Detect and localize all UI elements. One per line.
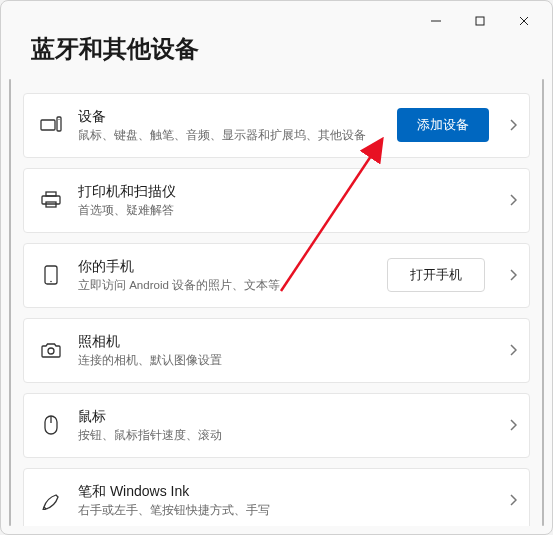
item-title: 鼠标 — [78, 408, 489, 426]
item-subtitle: 立即访问 Android 设备的照片、文本等 — [78, 278, 373, 293]
item-subtitle: 首选项、疑难解答 — [78, 203, 489, 218]
chevron-right-icon — [509, 419, 517, 431]
mouse-icon — [38, 415, 64, 435]
item-subtitle: 按钮、鼠标指针速度、滚动 — [78, 428, 489, 443]
svg-point-8 — [50, 281, 52, 283]
svg-point-3 — [58, 119, 59, 120]
svg-rect-0 — [476, 17, 484, 25]
pen-icon — [38, 490, 64, 510]
settings-item-phone[interactable]: 你的手机 立即访问 Android 设备的照片、文本等 打开手机 — [23, 243, 530, 308]
item-title: 打印机和扫描仪 — [78, 183, 489, 201]
content-area: 设备 鼠标、键盘、触笔、音频、显示器和扩展坞、其他设备 添加设备 打印机和扫描仪… — [1, 79, 552, 526]
settings-item-devices[interactable]: 设备 鼠标、键盘、触笔、音频、显示器和扩展坞、其他设备 添加设备 — [23, 93, 530, 158]
close-button[interactable] — [502, 6, 546, 36]
chevron-right-icon — [509, 119, 517, 131]
svg-rect-5 — [42, 196, 60, 204]
printer-icon — [38, 191, 64, 209]
chevron-right-icon — [509, 269, 517, 281]
open-phone-button[interactable]: 打开手机 — [387, 258, 485, 292]
settings-item-pen[interactable]: 笔和 Windows Ink 右手或左手、笔按钮快捷方式、手写 — [23, 468, 530, 526]
settings-item-mouse[interactable]: 鼠标 按钮、鼠标指针速度、滚动 — [23, 393, 530, 458]
item-subtitle: 连接的相机、默认图像设置 — [78, 353, 489, 368]
item-title: 笔和 Windows Ink — [78, 483, 489, 501]
scroll-indicator-left — [9, 79, 11, 526]
page-title: 蓝牙和其他设备 — [1, 33, 552, 79]
minimize-button[interactable] — [414, 6, 458, 36]
item-title: 你的手机 — [78, 258, 373, 276]
scroll-indicator-right — [542, 79, 544, 526]
settings-item-camera[interactable]: 照相机 连接的相机、默认图像设置 — [23, 318, 530, 383]
item-title: 设备 — [78, 108, 383, 126]
chevron-right-icon — [509, 494, 517, 506]
settings-window: 蓝牙和其他设备 设备 鼠标、键盘、触笔、音频、显示器和扩展坞、其他设备 添加设备 — [0, 0, 553, 535]
phone-icon — [38, 265, 64, 285]
settings-item-printers[interactable]: 打印机和扫描仪 首选项、疑难解答 — [23, 168, 530, 233]
add-device-button[interactable]: 添加设备 — [397, 108, 489, 142]
devices-icon — [38, 116, 64, 134]
item-subtitle: 鼠标、键盘、触笔、音频、显示器和扩展坞、其他设备 — [78, 128, 383, 143]
svg-rect-1 — [41, 120, 55, 130]
chevron-right-icon — [509, 194, 517, 206]
item-subtitle: 右手或左手、笔按钮快捷方式、手写 — [78, 503, 489, 518]
chevron-right-icon — [509, 344, 517, 356]
maximize-button[interactable] — [458, 6, 502, 36]
svg-point-9 — [48, 348, 54, 354]
item-title: 照相机 — [78, 333, 489, 351]
camera-icon — [38, 342, 64, 358]
